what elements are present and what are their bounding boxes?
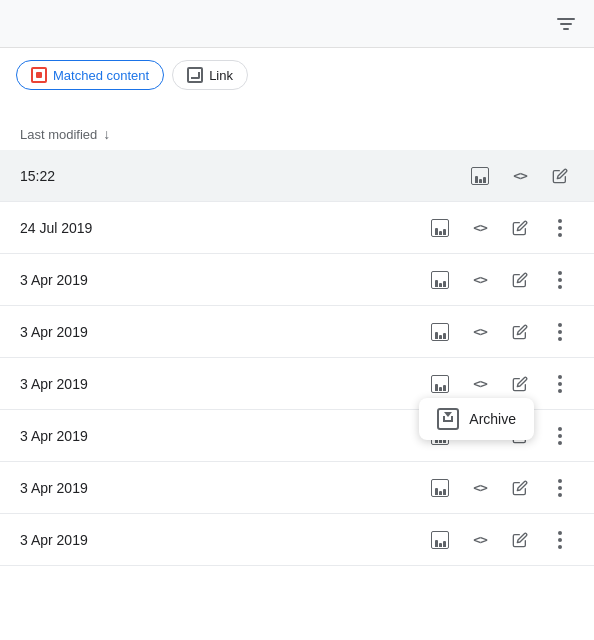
row-date: 3 Apr 2019 <box>20 272 426 288</box>
top-bar <box>0 0 594 48</box>
code-icon-btn[interactable]: <> <box>466 214 494 242</box>
dots-icon <box>558 531 562 549</box>
row-actions: <> <box>426 526 574 554</box>
dots-icon <box>558 271 562 289</box>
link-chip-icon <box>187 67 203 83</box>
row-actions: <> <box>426 474 574 502</box>
edit-icon-btn[interactable] <box>506 370 534 398</box>
edit-icon-btn[interactable] <box>546 162 574 190</box>
bar-chart-icon <box>431 271 449 289</box>
pencil-icon <box>512 480 528 496</box>
row-date: 24 Jul 2019 <box>20 220 426 236</box>
table-row: 3 Apr 2019 <> <box>0 254 594 306</box>
more-icon-btn[interactable] <box>546 474 574 502</box>
edit-icon-btn[interactable] <box>506 526 534 554</box>
dots-icon <box>558 479 562 497</box>
code-icon: <> <box>473 532 487 547</box>
row-actions: <> <box>466 162 574 190</box>
bar-chart-icon <box>431 531 449 549</box>
edit-icon-btn[interactable] <box>506 266 534 294</box>
code-icon: <> <box>473 272 487 287</box>
edit-icon-btn[interactable] <box>506 214 534 242</box>
stats-icon-btn[interactable] <box>466 162 494 190</box>
bar-chart-icon <box>431 323 449 341</box>
stats-icon-btn[interactable] <box>426 370 454 398</box>
filter-icon[interactable] <box>554 12 578 36</box>
dots-icon <box>558 375 562 393</box>
table-row: 3 Apr 2019 <> <box>0 306 594 358</box>
code-icon: <> <box>473 376 487 391</box>
table-row: 24 Jul 2019 <> <box>0 202 594 254</box>
tab-link-label: Link <box>209 68 233 83</box>
code-icon-btn[interactable]: <> <box>466 318 494 346</box>
dots-icon <box>558 219 562 237</box>
stats-icon-btn[interactable] <box>426 474 454 502</box>
pencil-icon <box>512 532 528 548</box>
pencil-icon <box>512 376 528 392</box>
code-icon-btn[interactable]: <> <box>506 162 534 190</box>
tabs-row: Matched content Link <box>0 48 594 102</box>
sort-label: Last modified <box>20 127 97 142</box>
table-row: 3 Apr 2019 <> <box>0 462 594 514</box>
pencil-icon <box>512 272 528 288</box>
edit-icon-btn[interactable] <box>506 474 534 502</box>
matched-content-icon <box>31 67 47 83</box>
pencil-icon <box>552 168 568 184</box>
archive-arrow-icon <box>443 416 453 422</box>
bar-chart-icon <box>471 167 489 185</box>
more-icon-btn[interactable] <box>546 214 574 242</box>
sort-row: Last modified ↓ <box>0 118 594 150</box>
code-icon: <> <box>473 324 487 339</box>
code-icon-btn[interactable]: <> <box>466 370 494 398</box>
archive-icon <box>437 408 459 430</box>
sort-arrow-icon[interactable]: ↓ <box>103 126 110 142</box>
archive-label: Archive <box>469 411 516 427</box>
pencil-icon <box>512 324 528 340</box>
bar-chart-icon <box>431 479 449 497</box>
row-date: 3 Apr 2019 <box>20 324 426 340</box>
stats-icon-btn[interactable] <box>426 214 454 242</box>
code-icon: <> <box>513 168 527 183</box>
tab-matched-content-label: Matched content <box>53 68 149 83</box>
code-icon-btn[interactable]: <> <box>466 266 494 294</box>
code-icon: <> <box>473 480 487 495</box>
edit-icon-btn[interactable] <box>506 318 534 346</box>
row-actions: <> <box>426 214 574 242</box>
dots-icon <box>558 427 562 445</box>
content-table: 15:22 <> A <box>0 150 594 566</box>
code-icon: <> <box>473 220 487 235</box>
more-icon-btn[interactable] <box>546 526 574 554</box>
row-actions: <> <box>426 318 574 346</box>
table-row: 3 Apr 2019 <> <box>0 514 594 566</box>
archive-popup: Archive <box>419 398 534 440</box>
row-date: 3 Apr 2019 <box>20 480 426 496</box>
pencil-icon <box>512 220 528 236</box>
stats-icon-btn[interactable] <box>426 318 454 346</box>
row-date: 3 Apr 2019 <box>20 428 426 444</box>
table-row: 15:22 <> A <box>0 150 594 202</box>
row-date: 15:22 <box>20 168 466 184</box>
tab-link[interactable]: Link <box>172 60 248 90</box>
more-icon-btn[interactable] <box>546 266 574 294</box>
dots-icon <box>558 323 562 341</box>
row-actions: <> <box>426 266 574 294</box>
stats-icon-btn[interactable] <box>426 266 454 294</box>
row-date: 3 Apr 2019 <box>20 376 426 392</box>
code-icon-btn[interactable]: <> <box>466 526 494 554</box>
bar-chart-icon <box>431 219 449 237</box>
row-date: 3 Apr 2019 <box>20 532 426 548</box>
stats-icon-btn[interactable] <box>426 526 454 554</box>
more-icon-btn[interactable] <box>546 422 574 450</box>
more-icon-btn[interactable] <box>546 318 574 346</box>
bar-chart-icon <box>431 375 449 393</box>
row-actions: <> <box>426 370 574 398</box>
more-icon-btn[interactable] <box>546 370 574 398</box>
code-icon-btn[interactable]: <> <box>466 474 494 502</box>
tab-matched-content[interactable]: Matched content <box>16 60 164 90</box>
